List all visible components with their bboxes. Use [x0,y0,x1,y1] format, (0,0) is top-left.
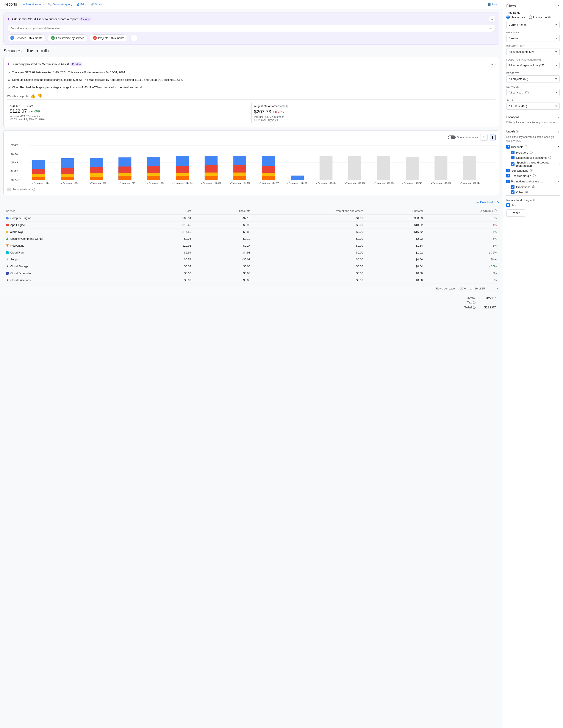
tax-help-icon[interactable]: ⓘ [473,301,476,304]
subtotal-cell: $2.93 [366,235,425,242]
skus-select[interactable]: All SKUs (408) [506,103,560,110]
generate-query-link[interactable]: 🔍 Generate query [48,3,72,6]
usage-date-radio-icon [506,16,510,19]
promotions-header[interactable]: Promotions and others ⓘ ∧ [506,179,560,183]
subaccounts-select[interactable]: All subaccounts (27) [506,48,560,55]
reseller-help-icon[interactable]: ⓘ [533,174,536,178]
service-cell: Cloud Functions [3,277,147,284]
collapse-summary-button[interactable]: ∧ [489,61,496,68]
gemini-search-input[interactable] [11,27,490,30]
svg-text:Aug 13: Aug 13 [201,182,221,184]
promotions-cell: $0.00 [253,242,366,249]
col-discounts: Discounts [194,207,253,215]
other-help-icon[interactable]: ⓘ [525,190,528,194]
sustained-use-item[interactable]: Sustained use discounts ⓘ [511,156,560,160]
subscriptions-item[interactable]: Subscriptions ⓘ [506,169,560,173]
time-range-select[interactable]: Current month [506,21,560,28]
forecasted-help-icon[interactable]: ⓘ [286,104,289,108]
cumulative-toggle[interactable]: Show cumulative [448,135,478,139]
app-title: Reports [3,2,17,7]
gemini-bar-header: ✦ Ask Gemini Cloud Assist to find or cre… [7,16,496,23]
filters-expand-icon[interactable]: › [558,3,560,8]
table-row: Cloud Scheduler $0.00 $0.00 $0.00 $0.00 … [3,270,499,277]
free-tiers-checkbox[interactable] [511,151,515,154]
chip-projects-this-month[interactable]: G Projects – this month [90,34,127,41]
table-row: Networking $10.91 -$9.27 $0.00 $1.64 ↓ 6… [3,242,499,249]
promotions-help-icon[interactable]: ⓘ [541,179,543,183]
list-icon: ≡ [23,3,25,6]
usage-date-radio[interactable]: Usage date [506,16,525,19]
projects-select[interactable]: All projects (55) [506,75,560,82]
discounts-cell: $0.00 [194,270,253,277]
sustained-help-icon[interactable]: ⓘ [548,156,551,160]
labels-help-icon[interactable]: ⓘ [516,130,519,133]
tax-filter-item[interactable]: Tax [506,203,560,207]
current-stat-block: August 1–19, 2024 $122.07 ↓ -4.09% inclu… [7,103,251,123]
thumbs-up-button[interactable]: 👍 [31,94,35,98]
labels-chevron-icon: ∨ [557,130,560,133]
learn-link[interactable]: 📘 Learn [488,3,499,6]
discounts-checkbox[interactable] [506,145,510,149]
labels-header[interactable]: Labels ⓘ ∨ [506,130,560,134]
discounts-help-icon[interactable]: ⓘ [525,145,527,149]
invoice-charges-help-icon[interactable]: ⓘ [533,198,536,202]
collapse-gemini-button[interactable]: ∧ [489,16,496,23]
svg-rect-52 [291,176,304,180]
time-range-section: Time range Usage date Invoice month Curr… [506,11,560,28]
change-help-icon[interactable]: ⓘ [494,209,497,212]
filters-title: Filters › [506,3,560,8]
promo-help-icon[interactable]: ⓘ [532,185,535,189]
services-section: Services All services (47) [506,86,560,96]
scroll-chips-right-button[interactable]: › [130,34,137,41]
subscriptions-checkbox[interactable] [506,169,510,172]
forecasted-info-icon[interactable]: ⓘ [32,188,35,191]
tax-filter-checkbox[interactable] [506,203,510,207]
sustained-use-checkbox[interactable] [511,156,515,159]
group-by-select[interactable]: Service [506,35,560,42]
print-link[interactable]: 🖨 Print [76,3,86,6]
change-cell: ↓ 2% [425,215,499,222]
see-all-reports-link[interactable]: ≡ See all reports [23,3,44,6]
invoice-month-radio[interactable]: Invoice month [529,16,551,19]
svg-text:$8: $8 [11,144,19,146]
credits-header[interactable]: Discounts ⓘ ∧ [506,145,560,149]
reseller-checkbox[interactable] [506,174,510,177]
folders-select[interactable]: All folders/organizations (28) [506,62,560,69]
services-select[interactable]: All services (47) [506,89,560,96]
spending-based-item[interactable]: Spending based discounts (contractual) ⓘ [511,161,560,167]
other-checkbox[interactable] [511,190,515,194]
free-tiers-item[interactable]: Free tiers ⓘ [511,151,560,154]
col-service: Service [3,207,147,215]
rows-per-page-select[interactable]: 10 25 50 [459,287,467,290]
change-cell: ↓ 20% [425,263,499,270]
spending-help-icon[interactable]: ⓘ [557,162,560,166]
total-help-icon[interactable]: ⓘ [473,306,476,309]
other-item[interactable]: Other ⓘ [511,190,560,194]
prev-page-button[interactable]: ‹ [488,286,492,291]
subtotal-cell: $0.56 [366,256,425,263]
group-by-section: Group by Service [506,31,560,42]
locations-header[interactable]: Locations ∨ [506,115,560,119]
download-icon: ⬇ [477,201,479,204]
free-tiers-help-icon[interactable]: ⓘ [530,151,533,154]
chip-services-this-month[interactable]: G Services – this month [7,34,45,41]
download-csv-link[interactable]: ⬇ Download CSV [477,201,499,204]
promotions-checkbox[interactable] [506,180,510,183]
table-row: Cloud Run $5.94 -$4.91 $0.00 $1.02 ↓ 76% [3,249,499,256]
bar-chart-button[interactable]: ▮ [490,134,496,140]
spending-based-checkbox[interactable] [511,162,515,166]
trend-icon-1: ↗ [7,70,10,76]
forecasted-swatch [7,188,11,191]
thumbs-down-button[interactable]: 👎 [37,94,42,98]
line-chart-button[interactable]: 〜 [480,134,488,141]
subscriptions-help-icon[interactable]: ⓘ [530,169,533,173]
discounts-cell: -$0.12 [194,235,253,242]
share-link[interactable]: 🔗 Share [90,3,103,6]
promotions-sub-checkbox[interactable] [511,185,515,189]
reset-filters-button[interactable]: Reset [506,209,525,217]
promotions-item[interactable]: Promotions ⓘ [511,185,560,189]
next-page-button[interactable]: › [496,286,499,291]
change-cell: ↑ 1% [425,222,499,229]
chip-last-invoice[interactable]: G Last invoice by service [48,34,87,41]
reseller-item[interactable]: Reseller margin ⓘ [506,174,560,178]
